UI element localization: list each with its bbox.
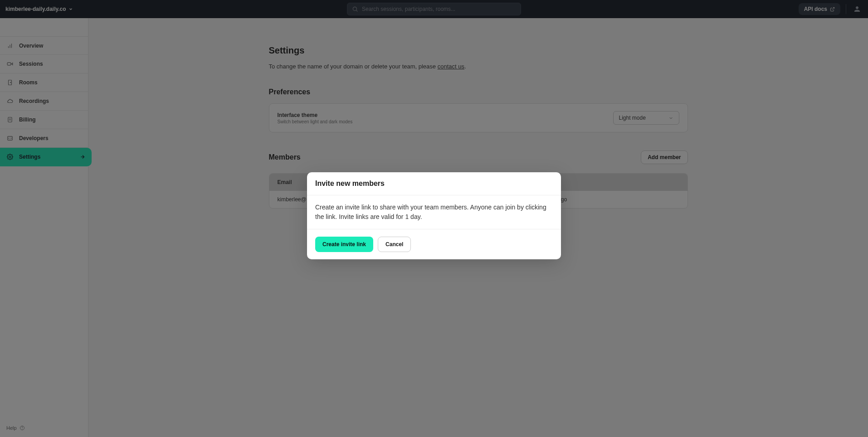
modal-body: Create an invite link to share with your… (307, 195, 561, 229)
create-invite-link-button[interactable]: Create invite link (315, 237, 373, 252)
modal-header: Invite new members (307, 172, 561, 195)
cancel-button[interactable]: Cancel (378, 237, 411, 252)
modal-title: Invite new members (315, 180, 553, 188)
modal-footer: Create invite link Cancel (307, 229, 561, 259)
invite-modal: Invite new members Create an invite link… (307, 172, 561, 259)
modal-overlay[interactable]: Invite new members Create an invite link… (0, 0, 868, 437)
